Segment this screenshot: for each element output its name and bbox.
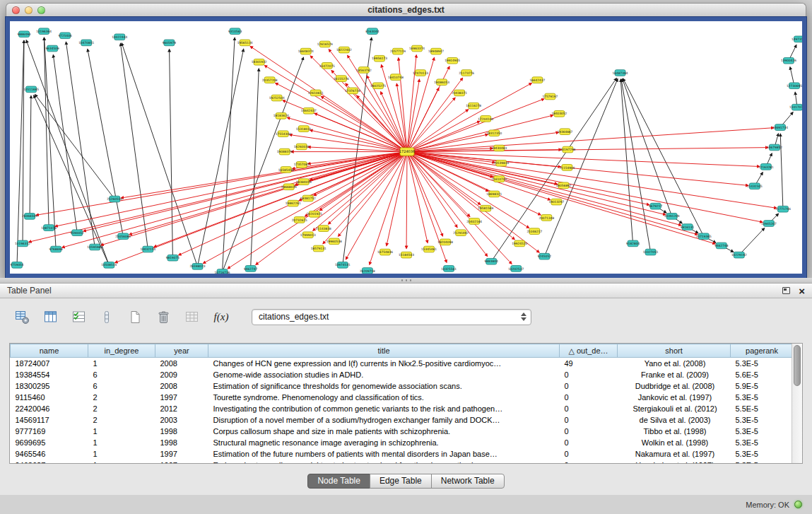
cell-short[interactable]: Jankovic et al. (1997) — [618, 392, 731, 403]
close-panel-icon[interactable]: × — [799, 286, 805, 296]
graph-edge[interactable] — [88, 49, 123, 236]
graph-edge[interactable] — [122, 43, 197, 267]
cell-in_degree[interactable]: 2 — [88, 403, 155, 414]
tab-node-table[interactable]: Node Table — [307, 474, 370, 489]
graph-edge[interactable] — [407, 152, 541, 215]
cell-name[interactable]: 9699695 — [11, 437, 88, 448]
graph-edge[interactable] — [223, 37, 235, 272]
graph-edge[interactable] — [36, 152, 407, 216]
graph-edge[interactable] — [407, 152, 529, 228]
cell-in_degree[interactable]: 1 — [88, 460, 155, 465]
cell-pagerank[interactable]: 5.3E-5 — [731, 448, 794, 460]
cell-title[interactable]: Corpus callosum shape and size in male p… — [208, 426, 560, 437]
cell-name[interactable]: 18300295 — [11, 380, 88, 392]
table-row[interactable]: 977716911998Corpus callosum shape and si… — [11, 426, 794, 437]
graph-edge[interactable] — [34, 95, 110, 265]
table-row[interactable]: 1456911722003Disruption of a novel membe… — [11, 414, 794, 426]
tab-network-table[interactable]: Network Table — [431, 474, 505, 489]
cell-short[interactable]: Tibbo et al. (1998) — [618, 426, 731, 437]
graph-edge[interactable] — [323, 152, 407, 244]
minimize-window-button[interactable] — [25, 6, 33, 14]
cell-out_degree[interactable]: 0 — [560, 448, 618, 460]
cell-pagerank[interactable]: 5.3E-5 — [731, 392, 794, 403]
graph-edge[interactable] — [407, 152, 763, 223]
table-row[interactable]: 969969511998Structural magnetic resonanc… — [11, 437, 794, 448]
table-row[interactable]: 1830029562008Estimation of significance … — [11, 380, 794, 392]
cell-name[interactable]: 9463627 — [11, 460, 88, 465]
graph-edge[interactable] — [30, 95, 31, 216]
cell-pagerank[interactable]: 5.3E-5 — [731, 437, 794, 448]
zoom-window-button[interactable] — [37, 6, 45, 14]
cell-title[interactable]: Estimation of significance thresholds fo… — [208, 380, 560, 392]
cell-title[interactable]: Tourette syndrome. Phenomenology and cla… — [208, 392, 560, 403]
cell-name[interactable]: 14569117 — [11, 414, 88, 426]
cell-short[interactable]: Nakamura et al. (1997) — [618, 448, 731, 460]
table-scrollbar[interactable] — [792, 344, 802, 463]
table-selector-dropdown[interactable]: citations_edges.txt — [252, 309, 531, 325]
graph-edge[interactable] — [120, 43, 148, 249]
cell-short[interactable]: Yano et al. (2008) — [618, 358, 731, 369]
graph-edge[interactable] — [29, 152, 407, 243]
cell-title[interactable]: Structural magnetic resonance image aver… — [208, 437, 560, 448]
cell-in_degree[interactable]: 1 — [88, 448, 155, 460]
cell-short[interactable]: de Silva et al. (2003) — [618, 414, 731, 426]
cell-title[interactable]: Embryonic stem cells: a model to study s… — [208, 460, 560, 465]
graph-edge[interactable] — [276, 83, 407, 151]
cell-pagerank[interactable]: 5.9E-5 — [731, 380, 794, 392]
graph-edge[interactable] — [406, 152, 407, 249]
cell-pagerank[interactable]: 5.3E-5 — [731, 414, 794, 426]
graph-edge[interactable] — [407, 152, 698, 235]
cell-short[interactable]: Franke et al. (2009) — [618, 369, 731, 380]
panel-divider[interactable] — [0, 278, 812, 283]
graph-edge[interactable] — [321, 96, 407, 151]
cell-out_degree[interactable]: 0 — [560, 392, 618, 403]
cell-in_degree[interactable]: 2 — [88, 392, 155, 403]
column-header-pagerank[interactable]: pagerank — [731, 344, 794, 358]
table-row[interactable]: 911546021997Tourette syndrome. Phenomeno… — [11, 392, 794, 403]
new-column-button[interactable] — [124, 306, 146, 327]
graph-edge[interactable] — [55, 152, 407, 227]
select-rows-button[interactable] — [68, 306, 89, 327]
close-window-button[interactable] — [12, 6, 20, 14]
graph-edge[interactable] — [53, 55, 77, 233]
cell-year[interactable]: 2009 — [155, 369, 208, 380]
scrollbar-thumb[interactable] — [794, 345, 801, 386]
graph-edge[interactable] — [115, 152, 407, 263]
graph-edge[interactable] — [251, 69, 259, 269]
cell-in_degree[interactable]: 1 — [88, 437, 155, 448]
cell-short[interactable]: Wolkin et al. (1998) — [618, 437, 731, 448]
cell-out_degree[interactable]: 0 — [560, 426, 618, 437]
function-builder-button[interactable]: f(x) — [209, 306, 233, 327]
graph-edge[interactable] — [407, 83, 531, 152]
graph-edge[interactable] — [314, 113, 407, 151]
column-header-year[interactable]: year — [155, 344, 208, 358]
column-header-name[interactable]: name — [11, 344, 88, 358]
cell-short[interactable]: Dudbridge et al. (2008) — [618, 380, 731, 392]
graph-edge[interactable] — [407, 55, 416, 152]
graph-edge[interactable] — [101, 152, 407, 245]
graph-edge[interactable] — [26, 40, 109, 265]
network-graph[interactable]: 1724036195651341830193220357208192525041… — [10, 21, 802, 274]
window-titlebar[interactable]: citations_edges.txt — [6, 3, 806, 17]
table-row[interactable]: 946362711997Embryonic stem cells: a mode… — [11, 460, 794, 465]
cell-in_degree[interactable]: 1 — [88, 426, 155, 437]
cell-short[interactable]: Hescheler et al. (1997) — [618, 460, 731, 465]
graph-edge[interactable] — [83, 152, 407, 231]
cell-name[interactable]: 9777169 — [11, 426, 88, 437]
graph-edge[interactable] — [66, 42, 95, 247]
cell-year[interactable]: 1997 — [155, 448, 208, 460]
tab-edge-table[interactable]: Edge Table — [370, 474, 432, 489]
table-row[interactable]: 946554611997Estimation of the future num… — [11, 448, 794, 460]
table-row[interactable]: 1872400712008Changes of HCN gene express… — [11, 358, 794, 369]
cell-year[interactable]: 1997 — [155, 460, 208, 465]
cell-year[interactable]: 1998 — [155, 437, 208, 448]
cell-name[interactable]: 22420046 — [11, 403, 88, 414]
graph-edge[interactable] — [310, 130, 407, 152]
cell-name[interactable]: 9465546 — [11, 448, 88, 460]
table-settings-button[interactable] — [11, 306, 33, 327]
cell-title[interactable]: Disruption of a novel member of a sodium… — [208, 414, 560, 426]
cell-short[interactable]: Stergiakouli et al. (2012) — [618, 403, 731, 414]
graph-edge[interactable] — [170, 49, 173, 258]
graph-edge[interactable] — [407, 152, 777, 209]
graph-edge[interactable] — [44, 37, 49, 228]
